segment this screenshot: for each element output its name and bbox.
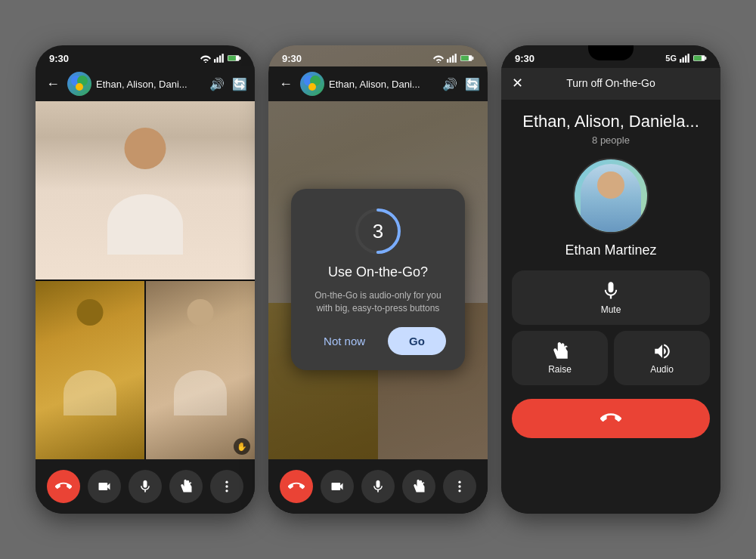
status-icons-2	[433, 54, 474, 63]
end-call-button-2[interactable]	[280, 470, 313, 503]
on-go-controls: Mute Raise Audio	[512, 270, 710, 438]
svg-point-27	[458, 490, 460, 492]
camera-button-2[interactable]	[321, 470, 354, 503]
half-controls-row: Raise Audio	[512, 331, 710, 385]
signal-icon	[214, 54, 225, 63]
raise-hand-icon	[178, 479, 194, 494]
mic-icon-2	[370, 479, 386, 494]
svg-rect-28	[680, 59, 681, 63]
end-call-icon-3	[600, 408, 621, 429]
signal-icon-2	[447, 54, 457, 63]
svg-point-12	[225, 490, 228, 492]
caller-avatar-3	[573, 158, 649, 233]
svg-rect-2	[219, 56, 221, 63]
dialog-actions: Not now Go	[310, 327, 446, 355]
phone-3: 9:30 5G ✕ Turn off On-the-Go Ethan, Alis…	[501, 45, 720, 514]
camera-button-1[interactable]	[88, 470, 121, 503]
back-button-2[interactable]: ←	[276, 73, 296, 95]
svg-rect-15	[452, 56, 454, 63]
network-type-3: 5G	[665, 54, 677, 63]
turn-off-label: Turn off On-the-Go	[566, 77, 655, 89]
avatar-group-1	[67, 72, 91, 96]
phone-2: 9:30 ← Ethan, Alison, Dani... 🔊 🔄	[268, 45, 488, 514]
status-bar-1: 9:30	[36, 45, 255, 68]
countdown-ring: 3	[354, 207, 402, 255]
phone-notch	[588, 45, 634, 60]
close-button-3[interactable]: ✕	[512, 75, 523, 91]
raise-hand-button-2[interactable]	[402, 470, 435, 503]
go-button[interactable]: Go	[388, 327, 446, 355]
raise-hand-indicator: ✋	[234, 438, 250, 455]
end-call-icon	[55, 478, 72, 495]
more-icon-2	[452, 479, 467, 494]
person-video-top	[36, 101, 255, 280]
audio-icon	[652, 341, 672, 361]
video-bottom-row: ✋	[36, 281, 255, 459]
mute-icon	[600, 280, 621, 301]
video-participant-main	[36, 101, 255, 280]
svg-rect-18	[472, 57, 473, 60]
video-participant-3: ✋	[146, 281, 255, 459]
raise-button-3[interactable]: Raise	[512, 331, 608, 385]
mic-icon	[138, 479, 153, 494]
wifi-icon-2	[433, 54, 444, 63]
raise-hand-icon-2	[411, 479, 426, 494]
participants-label-2: Ethan, Alison, Dani...	[329, 79, 438, 90]
svg-rect-29	[683, 57, 684, 63]
audio-button-3[interactable]: Audio	[614, 331, 710, 385]
participants-label-1: Ethan, Alison, Dani...	[96, 79, 205, 90]
flip-camera-icon-2[interactable]: 🔄	[465, 77, 480, 91]
svg-point-11	[225, 485, 228, 487]
call-header-2: ← Ethan, Alison, Dani... 🔊 🔄	[268, 66, 488, 101]
call-name-3: Ethan, Alison, Daniela...	[512, 112, 710, 131]
flip-camera-icon-1[interactable]: 🔄	[232, 77, 247, 91]
more-button-1[interactable]	[210, 470, 243, 503]
back-button-1[interactable]: ←	[43, 73, 63, 95]
camera-icon-2	[330, 479, 345, 494]
participants-avatar-2	[302, 73, 323, 94]
battery-icon-3	[693, 54, 707, 63]
dialog-overlay: 3 Use On-the-Go? On-the-Go is audio-only…	[268, 45, 488, 514]
svg-rect-13	[447, 59, 448, 63]
avatar-head-3	[597, 171, 624, 199]
call-header-1: ← Ethan, Alison, Dani... 🔊 🔄	[36, 66, 255, 101]
more-button-2[interactable]	[443, 470, 476, 503]
svg-rect-34	[694, 56, 702, 60]
end-call-button-1[interactable]	[47, 470, 80, 503]
caller-name-3: Ethan Martinez	[565, 242, 656, 258]
header-icons-2: 🔊 🔄	[442, 77, 480, 91]
speaker-icon-1[interactable]: 🔊	[209, 77, 225, 91]
mute-button-3[interactable]: Mute	[512, 270, 710, 325]
raise-hand-icon-3	[550, 341, 570, 361]
video-participant-2	[36, 281, 144, 459]
phone3-main-content: Ethan, Alison, Daniela... 8 people Ethan…	[501, 100, 720, 514]
svg-rect-16	[455, 54, 457, 63]
svg-point-9	[76, 83, 83, 91]
dialog-title: Use On-the-Go?	[328, 264, 428, 280]
svg-point-22	[308, 83, 316, 91]
not-now-button[interactable]: Not now	[310, 327, 379, 355]
svg-point-25	[458, 481, 460, 483]
participants-avatar	[69, 73, 90, 94]
svg-rect-0	[214, 59, 215, 63]
battery-icon	[228, 54, 241, 63]
wifi-icon	[200, 54, 211, 63]
call-controls-1	[36, 459, 255, 514]
speaker-icon-2[interactable]: 🔊	[442, 77, 457, 91]
time-3: 9:30	[515, 53, 534, 64]
mic-button-2[interactable]	[361, 470, 395, 503]
video-grid-1: ✋	[36, 101, 255, 459]
svg-point-26	[458, 485, 460, 487]
end-call-button-3[interactable]	[512, 399, 710, 438]
svg-rect-19	[461, 56, 469, 60]
raise-hand-button-1[interactable]	[169, 470, 203, 503]
mute-label-3: Mute	[601, 304, 621, 315]
signal-icon-3	[680, 54, 690, 63]
svg-rect-3	[222, 54, 224, 63]
audio-label-3: Audio	[650, 364, 674, 375]
mic-button-1[interactable]	[129, 470, 162, 503]
countdown-number: 3	[373, 220, 383, 243]
dialog-description: On-the-Go is audio-only for you with big…	[306, 289, 450, 315]
avatar-group-2	[300, 72, 324, 96]
turn-off-bar: ✕ Turn off On-the-Go	[501, 66, 720, 100]
